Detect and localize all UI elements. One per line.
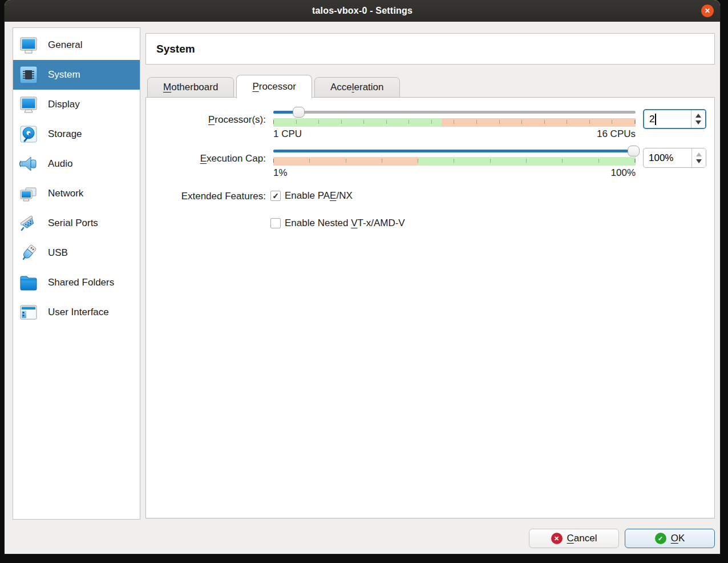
sidebar-item-user-interface[interactable]: User Interface bbox=[13, 297, 140, 327]
processors-min-label: 1 CPU bbox=[273, 128, 302, 140]
processors-spinbox-input[interactable]: 2 bbox=[644, 110, 691, 128]
execution-cap-slider-handle[interactable] bbox=[628, 146, 640, 156]
page-title-box: System bbox=[145, 33, 715, 65]
spin-up-icon[interactable] bbox=[696, 152, 702, 156]
execution-cap-spinbox-input[interactable]: 100% bbox=[644, 148, 691, 167]
usb-icon bbox=[18, 242, 39, 264]
processors-slider[interactable] bbox=[273, 107, 636, 118]
sidebar-item-audio[interactable]: Audio bbox=[13, 149, 140, 179]
dialog-body: General System Display Storage bbox=[5, 22, 720, 554]
processor-tab-pane: Processor(s): 1 CPU 16 CPUs 2 bbox=[145, 97, 715, 518]
spin-up-icon[interactable] bbox=[695, 114, 701, 118]
settings-category-list: General System Display Storage bbox=[13, 27, 140, 520]
system-icon bbox=[18, 64, 39, 86]
display-icon bbox=[18, 94, 39, 115]
sidebar-item-label: System bbox=[48, 69, 80, 81]
processors-slider-track[interactable] bbox=[273, 111, 636, 114]
shared-folders-icon bbox=[18, 272, 39, 293]
tab-motherboard[interactable]: Motherboard bbox=[147, 77, 234, 98]
execution-cap-slider-fill bbox=[273, 150, 636, 152]
processors-minmax: 1 CPU 16 CPUs bbox=[273, 128, 636, 140]
sidebar-item-storage[interactable]: Storage bbox=[13, 119, 140, 149]
tab-processor[interactable]: Processor bbox=[236, 75, 312, 98]
processors-label: Processor(s): bbox=[146, 114, 266, 126]
sidebar-item-display[interactable]: Display bbox=[13, 90, 140, 119]
sidebar-item-label: Network bbox=[48, 188, 83, 199]
cancel-icon: ✕ bbox=[551, 533, 563, 544]
enable-pae-nx-checkbox[interactable]: ✓ bbox=[270, 191, 281, 201]
sidebar-item-general[interactable]: General bbox=[13, 30, 140, 60]
processors-spinbox-buttons bbox=[691, 110, 705, 128]
execution-cap-spinbox[interactable]: 100% bbox=[643, 148, 706, 168]
audio-icon bbox=[18, 153, 39, 175]
window-title: talos-vbox-0 - Settings bbox=[312, 6, 412, 16]
ok-icon: ✓ bbox=[655, 533, 666, 544]
sidebar-item-label: Storage bbox=[48, 128, 82, 140]
sidebar-item-label: General bbox=[48, 39, 82, 51]
text-cursor bbox=[655, 114, 656, 125]
extended-features-label: Extended Features: bbox=[146, 191, 266, 202]
network-icon bbox=[18, 183, 39, 204]
processors-gauge bbox=[273, 118, 636, 127]
titlebar[interactable]: talos-vbox-0 - Settings ✕ bbox=[5, 0, 720, 22]
system-tabs: Motherboard Processor Acceleration bbox=[147, 74, 402, 98]
tab-acceleration[interactable]: Acceleration bbox=[314, 77, 400, 98]
storage-icon bbox=[18, 123, 39, 145]
execution-cap-min-label: 1% bbox=[273, 167, 288, 179]
sidebar-item-label: Shared Folders bbox=[48, 277, 114, 288]
sidebar-item-label: Audio bbox=[48, 158, 72, 170]
sidebar-item-label: USB bbox=[48, 247, 68, 259]
ok-button[interactable]: ✓ OK bbox=[625, 529, 715, 548]
sidebar-item-shared-folders[interactable]: Shared Folders bbox=[13, 268, 140, 297]
close-icon[interactable]: ✕ bbox=[701, 5, 714, 17]
execution-cap-label: Execution Cap: bbox=[146, 153, 266, 164]
page-title: System bbox=[156, 43, 195, 55]
processors-max-label: 16 CPUs bbox=[597, 128, 636, 140]
cancel-button[interactable]: ✕ Cancel bbox=[529, 529, 619, 548]
spin-down-icon[interactable] bbox=[695, 120, 701, 124]
enable-pae-nx-label: Enable PAE/NX bbox=[285, 190, 353, 202]
sidebar-item-network[interactable]: Network bbox=[13, 179, 140, 208]
execution-cap-spinbox-buttons bbox=[691, 148, 706, 167]
sidebar-item-serial-ports[interactable]: Serial Ports bbox=[13, 208, 140, 238]
execution-cap-max-label: 100% bbox=[611, 167, 636, 179]
execution-cap-minmax: 1% 100% bbox=[273, 167, 636, 179]
enable-nested-vtx-checkbox[interactable] bbox=[270, 218, 281, 228]
settings-window: talos-vbox-0 - Settings ✕ General System bbox=[5, 0, 720, 554]
spin-down-icon[interactable] bbox=[696, 159, 702, 163]
user-interface-icon bbox=[18, 301, 39, 323]
processors-spinbox[interactable]: 2 bbox=[643, 109, 706, 129]
processors-slider-handle[interactable] bbox=[293, 107, 305, 118]
execution-cap-gauge bbox=[273, 157, 636, 166]
sidebar-item-label: User Interface bbox=[48, 307, 109, 318]
enable-nested-vtx-label: Enable Nested VT-x/AMD-V bbox=[285, 218, 405, 229]
execution-cap-slider[interactable] bbox=[273, 146, 636, 156]
execution-cap-gauge-ticks bbox=[273, 159, 636, 163]
sidebar-item-label: Display bbox=[48, 99, 80, 110]
sidebar-item-usb[interactable]: USB bbox=[13, 238, 140, 268]
processors-gauge-ticks bbox=[273, 120, 636, 124]
general-icon bbox=[18, 34, 39, 56]
sidebar-item-label: Serial Ports bbox=[48, 218, 98, 229]
serial-ports-icon bbox=[18, 212, 39, 234]
sidebar-item-system[interactable]: System bbox=[13, 60, 140, 90]
